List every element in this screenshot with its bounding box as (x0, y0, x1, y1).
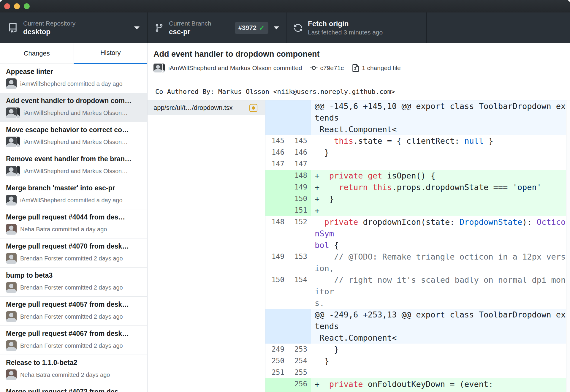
scrollbar[interactable] (566, 100, 570, 392)
diff-line: 149153 // @TODO: Remake triangle octicon… (265, 251, 570, 274)
changed-files-list: app/src/ui/t…/dropdown.tsx (148, 100, 265, 392)
commit-item-meta: iAmWillShepherd and Markus Olsson… (23, 139, 128, 146)
commit-header: Add event handler to dropdown component … (148, 43, 570, 83)
diff-line: 148+ private get isOpen() { (265, 170, 570, 181)
commit-list-item[interactable]: Merge pull request #4070 from desk…Brend… (0, 238, 147, 268)
pr-number: #3972 (238, 24, 256, 32)
diff-line: 150154 // right now it's scaled badly on… (265, 274, 570, 309)
commit-list-item[interactable]: Merge branch 'master' into esc-priAmWill… (0, 180, 147, 209)
commit-list-item[interactable]: Move escape behavior to correct co…iAmWi… (0, 122, 147, 151)
toolbar: Current Repository desktop Current Branc… (0, 12, 570, 43)
fetch-subtitle: Last fetched 3 minutes ago (308, 28, 383, 36)
commit-item-title: Merge pull request #4044 from des… (6, 213, 141, 221)
modified-status-icon (249, 104, 257, 112)
file-path: app/src/ui/t…/dropdown.tsx (153, 104, 233, 112)
diff-line: 249253 } (265, 344, 570, 355)
app-window: Current Repository desktop Current Branc… (0, 0, 570, 392)
tab-changes[interactable]: Changes (0, 43, 74, 64)
tab-bar: ChangesHistory (0, 43, 147, 64)
commit-item-meta: Brendan Forster committed 2 days ago (20, 284, 123, 291)
close-button[interactable] (4, 3, 10, 9)
diff-hunk-header: @@ -145,6 +145,10 @@ export class Toolba… (265, 100, 570, 135)
git-branch-icon (155, 23, 164, 32)
commit-list-item[interactable]: Appease linteriAmWillShepherd committed … (0, 64, 147, 93)
toolbar-spacer (427, 12, 570, 43)
repository-label: Current Repository (23, 19, 75, 27)
commit-title: Add event handler to dropdown component (153, 50, 570, 59)
commit-item-meta: iAmWillShepherd committed a day ago (20, 80, 123, 87)
avatar (6, 253, 17, 264)
changed-files-count[interactable]: 1 changed file (362, 64, 401, 72)
commit-item-title: Merge pull request #4070 from desk… (6, 242, 141, 250)
commit-list-item[interactable]: Merge pull request #4072 from des… (0, 384, 147, 392)
commit-item-title: Appease linter (6, 68, 141, 76)
title-bar[interactable] (0, 0, 570, 12)
fetch-origin-button[interactable]: Fetch origin Last fetched 3 minutes ago (286, 12, 427, 43)
commit-sha[interactable]: c79e71c (320, 64, 344, 72)
avatar (6, 282, 17, 293)
commit-item-title: Merge pull request #4067 from desk… (6, 330, 141, 338)
diff-line: 148152 private dropdownIcon(state: Dropd… (265, 216, 570, 251)
diff-line: 145145 this.state = { clientRect: null } (265, 135, 570, 147)
commit-item-meta: Brendan Forster committed 2 days ago (20, 255, 123, 262)
avatar (6, 108, 20, 118)
diff-line: 250254 } (265, 355, 570, 367)
check-icon: ✓ (259, 24, 265, 32)
current-repository-button[interactable]: Current Repository desktop (0, 12, 148, 43)
avatar (6, 166, 20, 176)
avatar (6, 369, 17, 380)
avatar (6, 311, 17, 322)
avatar (6, 224, 17, 235)
avatar (6, 340, 17, 351)
diff-line: 150+ } (265, 193, 570, 205)
commit-item-meta: Neha Batra committed 2 days ago (20, 372, 110, 378)
commit-item-meta: Brendan Forster committed 2 days ago (20, 313, 123, 320)
fetch-title: Fetch origin (308, 19, 383, 28)
commit-item-title: bump to beta3 (6, 271, 141, 279)
avatar (6, 195, 17, 206)
sync-icon (294, 23, 303, 32)
chevron-down-icon (134, 26, 140, 29)
commit-item-title: Merge pull request #4057 from desk… (6, 301, 141, 309)
commit-list-item[interactable]: Remove event handler from the bran…iAmWi… (0, 151, 147, 180)
chevron-down-icon (274, 26, 279, 29)
diff-hunk-header: @@ -249,6 +253,13 @@ export class Toolba… (265, 309, 570, 344)
git-commit-icon (310, 64, 318, 72)
branch-label: Current Branch (169, 19, 211, 27)
commit-authors: iAmWillShepherd and Markus Olsson commit… (168, 64, 302, 72)
avatar (6, 137, 20, 147)
commit-list-item[interactable]: Release to 1.1.0-beta2Neha Batra committ… (0, 355, 147, 384)
tab-history[interactable]: History (74, 43, 148, 64)
commit-item-title: Add event handler to dropdown com… (6, 97, 141, 105)
commit-item-title: Move escape behavior to correct co… (6, 126, 141, 134)
current-branch-button[interactable]: Current Branch esc-pr #3972 ✓ (148, 12, 286, 43)
diff-line: 256+ private onFoldoutKeyDown = (event: … (265, 378, 570, 392)
minimize-button[interactable] (14, 3, 20, 9)
diff-line: 251255 (265, 367, 570, 378)
changed-file-icon (352, 64, 359, 72)
history-sidebar: ChangesHistory Appease linteriAmWillShep… (0, 43, 148, 392)
commit-item-meta: iAmWillShepherd committed a day ago (20, 197, 123, 204)
commit-list-item[interactable]: Merge pull request #4067 from desk…Brend… (0, 326, 147, 355)
commit-list-item[interactable]: Merge pull request #4044 from des…Neha B… (0, 209, 147, 238)
commit-item-title: Release to 1.1.0-beta2 (6, 359, 141, 367)
commit-list-item[interactable]: bump to beta3Brendan Forster committed 2… (0, 268, 147, 297)
commit-item-title: Merge branch 'master' into esc-pr (6, 184, 141, 192)
commit-item-meta: Neha Batra committed a day ago (20, 226, 107, 233)
commit-item-title: Remove event handler from the bran… (6, 155, 141, 163)
diff-view[interactable]: @@ -145,6 +145,10 @@ export class Toolba… (265, 100, 570, 392)
diff-line: 146146 } (265, 147, 570, 158)
commit-list[interactable]: Appease linteriAmWillShepherd committed … (0, 64, 147, 392)
commit-list-item[interactable]: Merge pull request #4057 from desk…Brend… (0, 297, 147, 326)
commit-item-meta: Brendan Forster committed 2 days ago (20, 342, 123, 349)
branch-name: esc-pr (169, 27, 211, 36)
commit-detail: Add event handler to dropdown component … (148, 43, 570, 392)
diff-line: 151+ (265, 205, 570, 216)
pr-status-badge[interactable]: #3972 ✓ (235, 22, 268, 34)
commit-list-item[interactable]: Add event handler to dropdown com…iAmWil… (0, 93, 147, 122)
zoom-button[interactable] (24, 3, 30, 9)
repository-name: desktop (23, 27, 75, 36)
commit-item-title: Merge pull request #4072 from des… (6, 388, 141, 392)
commit-description: Co-Authored-By: Markus Olsson <niik@user… (148, 83, 570, 100)
file-row[interactable]: app/src/ui/t…/dropdown.tsx (148, 100, 265, 115)
